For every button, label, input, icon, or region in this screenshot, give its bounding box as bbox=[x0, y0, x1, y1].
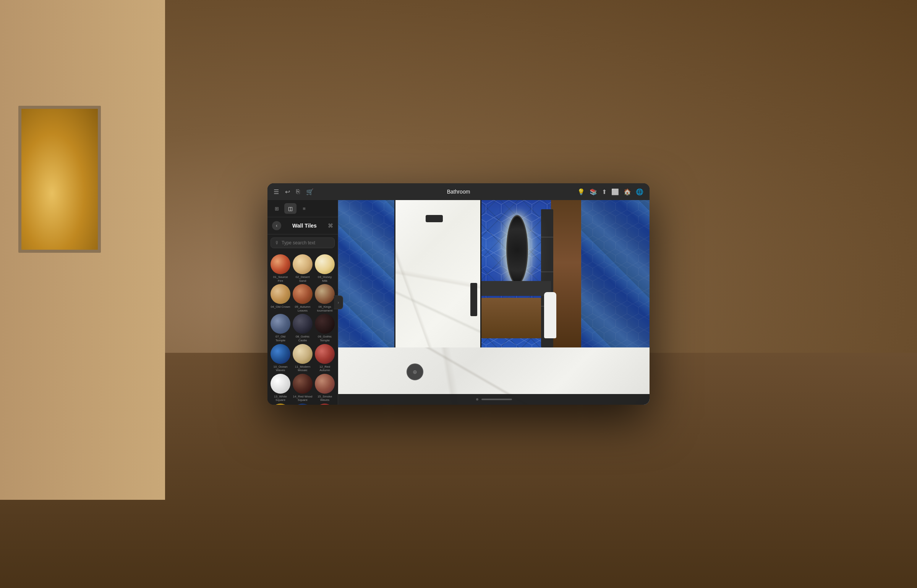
tile-old-crown[interactable]: 04_Old Crown bbox=[271, 284, 290, 312]
tile-label-white-square: 13_White Square bbox=[271, 395, 290, 402]
tile-sphere-old-temple bbox=[271, 314, 290, 334]
tiles-row-6: 16_Desert Waves 17_Black Sea 18_Red Sea bbox=[271, 404, 335, 405]
tile-modern-mosaic[interactable]: 11_Modern Mosaic bbox=[293, 344, 313, 372]
tab-list[interactable]: ≡ bbox=[298, 203, 310, 214]
tile-label-smoke-waves: 15_Smoke Waves bbox=[315, 395, 335, 402]
tile-honey-milk[interactable]: 03_Honey Milk bbox=[315, 254, 335, 283]
tiles-row-4: 10_Ocean Waves 11_Modern Mosaic 12_Red A… bbox=[271, 344, 335, 372]
tile-label-kings: 06_Kings tournament bbox=[315, 305, 335, 312]
image-icon[interactable]: ⬜ bbox=[611, 188, 619, 195]
title-bar-left: ☰ ↩ ⎘ 🛒 bbox=[274, 188, 314, 195]
title-bar: ☰ ↩ ⎘ 🛒 Bathroom 💡 📚 ⬆ ⬜ 🏠 🌐 bbox=[267, 183, 650, 200]
navigation-circle[interactable]: ⊕ bbox=[407, 363, 423, 380]
shower-head bbox=[426, 215, 443, 222]
tile-source-fire[interactable]: 01_Source Fire bbox=[271, 254, 290, 283]
tile-white-square[interactable]: 13_White Square bbox=[271, 374, 290, 402]
tiles-row-3: 07_Old Temple 08_Gothic Castle 09_Gothic… bbox=[271, 314, 335, 342]
shelf-2 bbox=[541, 271, 553, 272]
app-window: ☰ ↩ ⎘ 🛒 Bathroom 💡 📚 ⬆ ⬜ 🏠 🌐 ⊞ ◫ ≡ bbox=[267, 183, 650, 405]
bottom-bar bbox=[338, 394, 650, 405]
library-icon[interactable]: 📚 bbox=[590, 188, 597, 195]
tab-materials[interactable]: ◫ bbox=[284, 203, 296, 214]
copy-icon[interactable]: ⎘ bbox=[296, 188, 300, 195]
tile-sphere-black-sea bbox=[293, 404, 313, 405]
tile-label-red-autumn: 12_Red Autumn bbox=[315, 365, 335, 372]
filter-icon[interactable]: ⌘ bbox=[328, 223, 333, 229]
bathroom-scene: ⊕ bbox=[338, 200, 650, 405]
tile-desert-sand[interactable]: 02_Desert Sand bbox=[293, 254, 313, 283]
viewport[interactable]: ⊕ bbox=[338, 200, 650, 405]
vanity-shelf bbox=[481, 281, 551, 296]
tile-sphere-white-square bbox=[271, 374, 290, 394]
person-icon[interactable]: ⬆ bbox=[602, 188, 607, 195]
shower-controls bbox=[470, 283, 477, 316]
tile-sphere-autumn-leaves bbox=[293, 284, 313, 304]
undo-icon[interactable]: ↩ bbox=[285, 188, 290, 195]
tile-sphere-source-fire bbox=[271, 254, 290, 274]
panel-tabs: ⊞ ◫ ≡ bbox=[267, 200, 338, 217]
tile-sphere-old-crown bbox=[271, 284, 290, 304]
tile-label-red-wood: 14_Red Wood Square bbox=[293, 395, 313, 402]
mirror-glow bbox=[507, 215, 528, 284]
toilet bbox=[544, 292, 556, 338]
app-title: Bathroom bbox=[447, 189, 470, 195]
tile-red-wood[interactable]: 14_Red Wood Square bbox=[293, 374, 313, 402]
cart-icon[interactable]: 🛒 bbox=[306, 188, 314, 195]
back-icon: ‹ bbox=[276, 223, 277, 228]
tile-sphere-kings bbox=[315, 284, 335, 304]
tile-sphere-red-wood bbox=[293, 374, 313, 394]
tile-label-old-crown: 04_Old Crown bbox=[271, 305, 290, 309]
tile-label-source-fire: 01_Source Fire bbox=[271, 275, 290, 283]
tile-autumn-leaves[interactable]: 05_Autumn Leaves bbox=[293, 284, 313, 312]
tile-label-honey-milk: 03_Honey Milk bbox=[315, 275, 335, 283]
tile-sphere-modern-mosaic bbox=[293, 344, 313, 364]
tiles-row-1: 01_Source Fire 02_Desert Sand 03_Honey M… bbox=[271, 254, 335, 283]
tile-sphere-red-autumn bbox=[315, 344, 335, 364]
search-input[interactable] bbox=[282, 240, 331, 246]
wall-blue-left bbox=[338, 200, 394, 368]
home-icon[interactable]: 🏠 bbox=[624, 188, 631, 195]
tile-gothic-castle[interactable]: 08_Gothic Castle bbox=[293, 314, 313, 342]
globe-icon[interactable]: 🌐 bbox=[636, 188, 643, 195]
tab-grid[interactable]: ⊞ bbox=[271, 203, 283, 214]
tile-sphere-smoke-waves bbox=[315, 374, 335, 394]
tile-gothic-temple[interactable]: 09_Gothic Temple bbox=[315, 314, 335, 342]
tile-ocean-waves[interactable]: 10_Ocean Waves bbox=[271, 344, 290, 372]
tiles-row-2: 04_Old Crown 05_Autumn Leaves 06_Kings t… bbox=[271, 284, 335, 312]
menu-icon[interactable]: ☰ bbox=[274, 188, 279, 195]
tile-desert-waves[interactable]: 16_Desert Waves bbox=[271, 404, 290, 405]
tile-old-temple[interactable]: 07_Old Temple bbox=[271, 314, 290, 342]
vanity-cabinet bbox=[481, 298, 541, 338]
tile-label-gothic-castle: 08_Gothic Castle bbox=[293, 335, 313, 342]
tile-black-sea[interactable]: 17_Black Sea bbox=[293, 404, 313, 405]
tile-label-desert-sand: 02_Desert Sand bbox=[293, 275, 313, 283]
tile-sphere-desert-sand bbox=[293, 254, 313, 274]
tile-label-old-temple: 07_Old Temple bbox=[271, 335, 290, 342]
search-bar[interactable]: 🎙 bbox=[271, 237, 335, 248]
tile-kings[interactable]: 06_Kings tournament bbox=[315, 284, 335, 312]
wall-painting bbox=[18, 106, 101, 253]
tile-label-autumn-leaves: 05_Autumn Leaves bbox=[293, 305, 313, 312]
shelf-1 bbox=[541, 237, 553, 237]
tile-red-autumn[interactable]: 12_Red Autumn bbox=[315, 344, 335, 372]
tile-red-sea[interactable]: 18_Red Sea bbox=[315, 404, 335, 405]
tile-sphere-gothic-temple bbox=[315, 314, 335, 334]
main-content: ⊞ ◫ ≡ ‹ Wall Tiles ⌘ 🎙 bbox=[267, 200, 650, 405]
tiles-row-5: 13_White Square 14_Red Wood Square 15_Sm… bbox=[271, 374, 335, 402]
tile-label-gothic-temple: 09_Gothic Temple bbox=[315, 335, 335, 342]
tile-sphere-ocean-waves bbox=[271, 344, 290, 364]
light-icon[interactable]: 💡 bbox=[577, 188, 585, 195]
bottom-dot bbox=[476, 398, 478, 401]
tile-label-ocean-waves: 10_Ocean Waves bbox=[271, 365, 290, 372]
panel-collapse-button[interactable]: › bbox=[334, 296, 343, 309]
tile-sphere-gothic-castle bbox=[293, 314, 313, 334]
panel-header: ‹ Wall Tiles ⌘ bbox=[267, 217, 338, 234]
nav-icon: ⊕ bbox=[413, 369, 417, 375]
panel-title: Wall Tiles bbox=[292, 223, 317, 229]
tile-sphere-red-sea bbox=[315, 404, 335, 405]
tiles-grid: 01_Source Fire 02_Desert Sand 03_Honey M… bbox=[267, 251, 338, 405]
svg-rect-1 bbox=[338, 200, 394, 368]
tile-smoke-waves[interactable]: 15_Smoke Waves bbox=[315, 374, 335, 402]
bottom-bar-handle[interactable] bbox=[481, 399, 512, 400]
back-button[interactable]: ‹ bbox=[272, 221, 281, 230]
